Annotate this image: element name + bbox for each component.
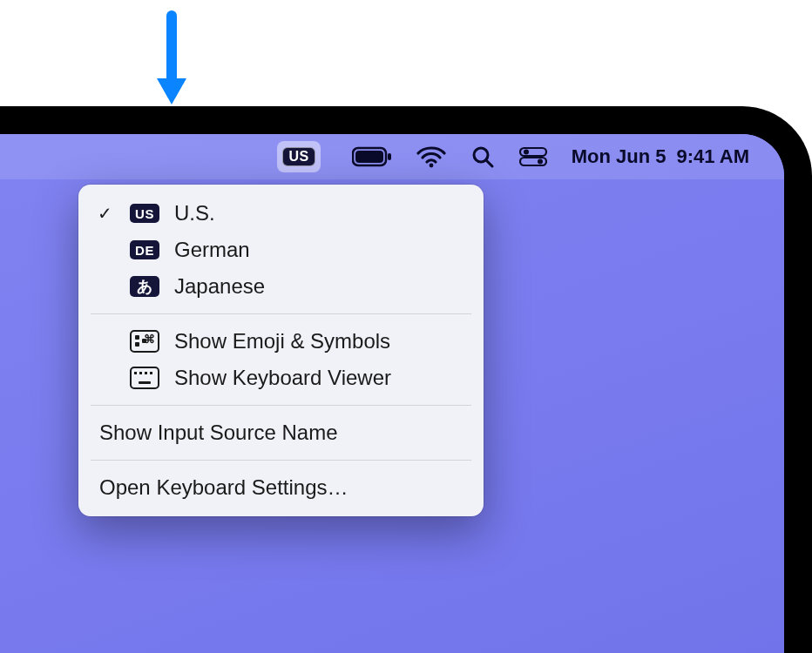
checkmark-icon: ✓ bbox=[94, 203, 115, 224]
svg-rect-4 bbox=[388, 153, 391, 160]
input-source-item-german[interactable]: DE German bbox=[78, 232, 484, 268]
tools-section: Show Emoji & Symbols Show Keyboard Viewe… bbox=[78, 320, 484, 400]
svg-point-11 bbox=[538, 159, 543, 165]
wifi-status-icon[interactable] bbox=[416, 134, 446, 179]
callout-arrow bbox=[154, 10, 189, 106]
menu-bar-date: Mon Jun 5 bbox=[572, 145, 667, 168]
show-input-source-name-item[interactable]: Show Input Source Name bbox=[78, 414, 484, 451]
input-source-badge: US bbox=[282, 147, 315, 166]
input-sources-section: ✓ US U.S. DE German あ Japanese bbox=[78, 192, 484, 308]
menu-bar-clock[interactable]: Mon Jun 5 9:41 AM bbox=[572, 134, 749, 179]
menu-separator bbox=[91, 405, 471, 406]
screen: US bbox=[0, 134, 784, 653]
options-section: Show Input Source Name bbox=[78, 411, 484, 454]
show-emoji-symbols-item[interactable]: Show Emoji & Symbols bbox=[78, 323, 484, 360]
svg-point-5 bbox=[429, 164, 433, 168]
input-source-menu-button[interactable]: US bbox=[277, 134, 320, 179]
svg-marker-1 bbox=[157, 78, 186, 104]
menu-item-label: Show Input Source Name bbox=[99, 421, 464, 445]
input-source-label: German bbox=[174, 238, 464, 262]
show-keyboard-viewer-item[interactable]: Show Keyboard Viewer bbox=[78, 360, 484, 396]
svg-line-7 bbox=[486, 160, 492, 166]
keyboard-viewer-icon bbox=[130, 367, 159, 389]
input-source-dropdown: ✓ US U.S. DE German あ Japanese bbox=[78, 185, 484, 516]
control-center-icon[interactable] bbox=[519, 134, 547, 179]
menu-bar-time: 9:41 AM bbox=[676, 145, 749, 168]
menu-separator bbox=[91, 460, 471, 461]
input-source-label: U.S. bbox=[174, 201, 464, 226]
svg-point-9 bbox=[524, 150, 529, 155]
laptop-frame: US bbox=[0, 106, 812, 653]
menu-bar: US bbox=[0, 134, 784, 179]
menu-separator bbox=[91, 313, 471, 314]
menu-item-label: Open Keyboard Settings… bbox=[99, 475, 464, 500]
input-source-item-us[interactable]: ✓ US U.S. bbox=[78, 195, 484, 232]
input-source-label: Japanese bbox=[174, 274, 464, 299]
language-badge-us: US bbox=[130, 204, 159, 223]
spotlight-search-icon[interactable] bbox=[470, 134, 495, 179]
battery-status-icon[interactable] bbox=[352, 134, 392, 179]
footer-section: Open Keyboard Settings… bbox=[78, 466, 484, 509]
menu-item-label: Show Emoji & Symbols bbox=[174, 329, 464, 353]
language-badge-de: DE bbox=[130, 240, 159, 259]
open-keyboard-settings-item[interactable]: Open Keyboard Settings… bbox=[78, 469, 484, 506]
language-badge-jp: あ bbox=[130, 276, 159, 297]
svg-rect-3 bbox=[355, 151, 383, 163]
menu-item-label: Show Keyboard Viewer bbox=[174, 366, 464, 390]
input-source-item-japanese[interactable]: あ Japanese bbox=[78, 268, 484, 305]
emoji-viewer-icon bbox=[130, 330, 159, 353]
